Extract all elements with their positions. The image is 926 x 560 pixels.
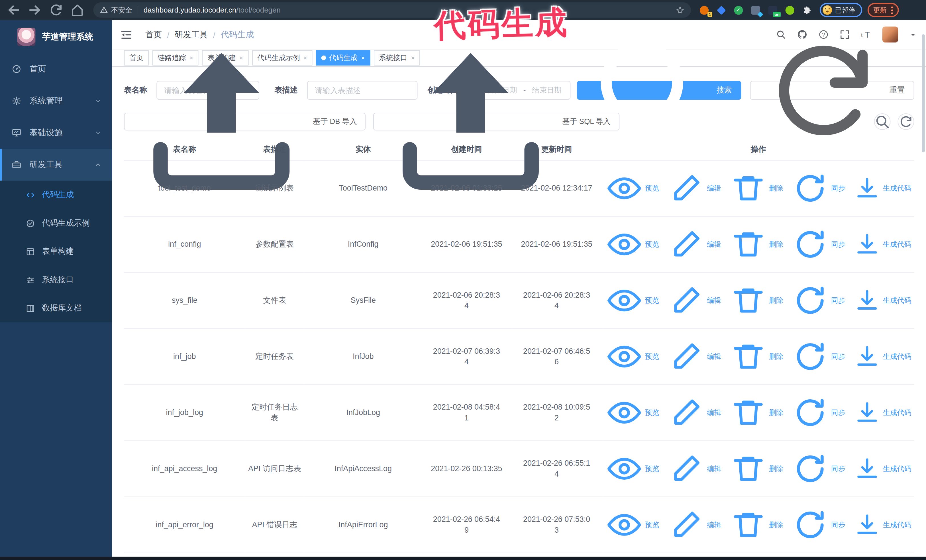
action-sync-link[interactable]: 同步 xyxy=(791,169,845,207)
sidebar-subitem-代码生成[interactable]: 代码生成 xyxy=(0,181,112,209)
app-logo[interactable]: 芋道管理系统 xyxy=(0,20,112,53)
sync-icon xyxy=(791,338,829,376)
trash-icon xyxy=(729,394,767,432)
action-generate-code-link[interactable]: 生成代码 xyxy=(853,175,911,202)
cell-table-name: inf_api_access_log xyxy=(124,441,245,497)
sync-icon xyxy=(791,169,829,207)
sidebar-subitem-label: 数据库文档 xyxy=(42,303,112,313)
tab-代码生成[interactable]: 代码生成× xyxy=(316,50,371,65)
download-icon xyxy=(853,343,881,371)
action-sync-link[interactable]: 同步 xyxy=(791,338,845,376)
reset-button[interactable]: 重置 xyxy=(750,81,914,100)
orange-extension-icon[interactable]: 1 xyxy=(698,4,710,16)
action-delete-link[interactable]: 删除 xyxy=(729,282,783,320)
action-edit-link[interactable]: 编辑 xyxy=(667,282,721,320)
download-icon xyxy=(853,231,881,258)
bookmark-star-icon[interactable] xyxy=(676,6,684,15)
action-edit-link[interactable]: 编辑 xyxy=(667,226,721,264)
action-edit-link[interactable]: 编辑 xyxy=(667,338,721,376)
browser-back-icon[interactable] xyxy=(6,2,21,18)
sidebar-subitem-系统接口[interactable]: 系统接口 xyxy=(0,266,112,294)
action-generate-code-link[interactable]: 生成代码 xyxy=(853,287,911,314)
action-delete-link[interactable]: 删除 xyxy=(729,506,783,544)
action-label: 生成代码 xyxy=(883,239,911,250)
action-sync-link[interactable]: 同步 xyxy=(791,394,845,432)
search-button[interactable]: 搜索 xyxy=(577,81,741,100)
action-delete-link[interactable]: 删除 xyxy=(729,169,783,207)
show-search-toggle-button[interactable] xyxy=(874,113,891,130)
sync-icon xyxy=(791,394,829,432)
action-edit-link[interactable]: 编辑 xyxy=(667,450,721,488)
row-actions: 预览编辑删除同步生成代码 xyxy=(605,506,911,544)
sidebar-subitem-数据库文档[interactable]: 数据库文档 xyxy=(0,294,112,322)
action-label: 同步 xyxy=(831,183,845,194)
action-sync-link[interactable]: 同步 xyxy=(791,450,845,488)
update-label: 更新 xyxy=(873,6,887,15)
sidebar-subitem-label: 系统接口 xyxy=(42,275,112,285)
browser-home-icon[interactable] xyxy=(70,2,85,18)
action-sync-link[interactable]: 同步 xyxy=(791,506,845,544)
action-edit-link[interactable]: 编辑 xyxy=(667,169,721,207)
action-preview-link[interactable]: 预览 xyxy=(605,394,659,432)
page-scrollbar[interactable] xyxy=(922,34,924,152)
table-body: tool_test_demo测试示例表ToolTestDemo2021-02-0… xyxy=(124,160,914,560)
action-preview-link[interactable]: 预览 xyxy=(605,338,659,376)
browser-forward-icon[interactable] xyxy=(27,2,42,18)
import-db-button[interactable]: 基于 DB 导入 xyxy=(124,113,366,130)
refresh-table-button[interactable] xyxy=(898,113,914,130)
action-generate-code-link[interactable]: 生成代码 xyxy=(853,511,911,539)
action-generate-code-link[interactable]: 生成代码 xyxy=(853,455,911,483)
blue-gem-extension-icon[interactable] xyxy=(715,4,727,16)
eye-icon xyxy=(605,169,643,207)
action-delete-link[interactable]: 删除 xyxy=(729,394,783,432)
sidebar-item-基础设施[interactable]: 基础设施 xyxy=(0,117,112,149)
dark-on-extension-icon[interactable]: on xyxy=(766,4,778,16)
action-generate-code-link[interactable]: 生成代码 xyxy=(853,343,911,371)
action-preview-link[interactable]: 预览 xyxy=(605,450,659,488)
sync-icon xyxy=(791,282,829,320)
browser-profile-button[interactable]: 已暂停 xyxy=(820,3,862,17)
cell-updated: 2021-02-06 20:28:34 xyxy=(511,273,602,329)
action-preview-link[interactable]: 预览 xyxy=(605,226,659,264)
table-row: inf_config参数配置表InfConfig2021-02-06 19:51… xyxy=(124,216,914,273)
cell-table-name: inf_job xyxy=(124,329,245,385)
action-delete-link[interactable]: 删除 xyxy=(729,450,783,488)
action-edit-link[interactable]: 编辑 xyxy=(667,394,721,432)
green-bot-extension-icon[interactable] xyxy=(784,4,795,16)
avatar-caret-down-icon[interactable] xyxy=(909,31,917,38)
action-preview-link[interactable]: 预览 xyxy=(605,506,659,544)
table-row: inf_job_log定时任务日志表InfJobLog2021-02-08 04… xyxy=(124,385,914,441)
import-sql-button[interactable]: 基于 SQL 导入 xyxy=(374,113,619,130)
action-sync-link[interactable]: 同步 xyxy=(791,226,845,264)
browser-update-menu-button[interactable]: 更新 xyxy=(867,3,899,17)
grid-extension-icon[interactable] xyxy=(749,4,761,16)
cell-actions: 预览编辑删除同步生成代码 xyxy=(602,329,914,385)
sidebar-collapse-icon[interactable] xyxy=(121,29,132,41)
action-preview-link[interactable]: 预览 xyxy=(605,169,659,207)
action-label: 编辑 xyxy=(707,520,721,530)
action-preview-link[interactable]: 预览 xyxy=(605,282,659,320)
sidebar-subitem-表单构建[interactable]: 表单构建 xyxy=(0,237,112,266)
action-delete-link[interactable]: 删除 xyxy=(729,226,783,264)
action-generate-code-link[interactable]: 生成代码 xyxy=(853,231,911,258)
sync-icon xyxy=(791,506,829,544)
sidebar-item-研发工具[interactable]: 研发工具 xyxy=(0,149,112,181)
action-generate-code-link[interactable]: 生成代码 xyxy=(853,399,911,427)
cell-updated: 2021-02-06 19:51:35 xyxy=(511,216,602,273)
address-bar[interactable]: 不安全 dashboard.yudao.iocoder.cn /tool/cod… xyxy=(93,2,691,18)
row-actions: 预览编辑删除同步生成代码 xyxy=(605,169,911,207)
cell-table-desc: API 错误日志 xyxy=(245,497,304,553)
action-label: 生成代码 xyxy=(883,295,911,306)
action-label: 同步 xyxy=(831,295,845,306)
browser-toolbar: 不安全 dashboard.yudao.iocoder.cn /tool/cod… xyxy=(0,0,926,20)
sidebar-item-系统管理[interactable]: 系统管理 xyxy=(0,85,112,117)
action-edit-link[interactable]: 编辑 xyxy=(667,506,721,544)
puzzle-extension-icon[interactable] xyxy=(801,4,813,16)
sidebar-subitem-代码生成示例[interactable]: 代码生成示例 xyxy=(0,209,112,237)
green-check-extension-icon[interactable]: ✓ xyxy=(732,4,744,16)
sidebar-item-首页[interactable]: 首页 xyxy=(0,53,112,85)
browser-reload-icon[interactable] xyxy=(48,2,64,18)
action-sync-link[interactable]: 同步 xyxy=(791,282,845,320)
tab-close-icon[interactable]: × xyxy=(360,55,365,61)
action-delete-link[interactable]: 删除 xyxy=(729,338,783,376)
